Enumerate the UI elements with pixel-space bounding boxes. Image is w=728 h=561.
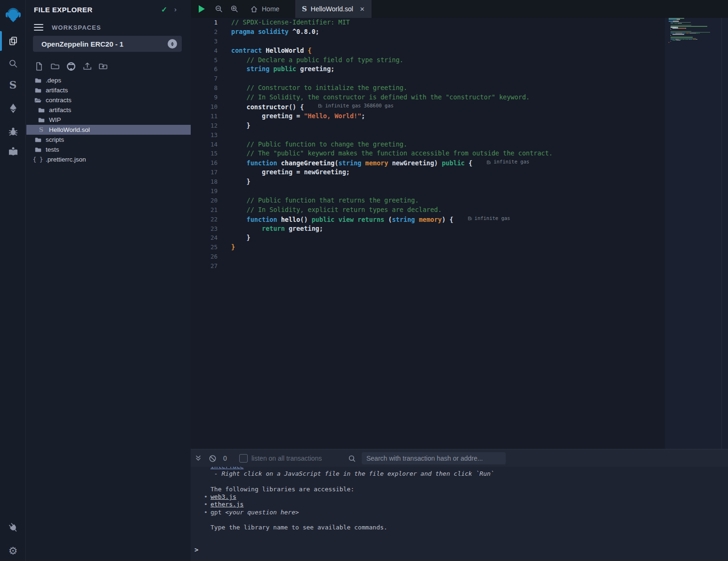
tab-active-label: HelloWorld.sol	[311, 5, 353, 13]
listen-transactions-checkbox[interactable]	[239, 449, 248, 467]
tree-item-label: .prettierrc.json	[46, 156, 86, 163]
upload-file-icon[interactable]	[81, 60, 93, 73]
tree-item--prettierrc-json[interactable]: { }.prettierrc.json	[26, 154, 191, 164]
code-line-3: 3	[191, 37, 665, 46]
file-explorer-panel: FILE EXPLORER ✓ › WORKSPACES OpenZeppeli…	[26, 0, 191, 561]
line-number: 1	[191, 18, 218, 27]
panel-title: FILE EXPLORER	[34, 6, 92, 14]
tree-item-wip[interactable]: WIP	[26, 115, 191, 125]
terminal-search-input[interactable]	[362, 452, 506, 464]
terminal-link[interactable]: interface	[210, 467, 243, 470]
tab-home-label: Home	[262, 5, 279, 13]
tree-item-label: tests	[46, 146, 59, 153]
code-line-6: 6 string public greeting;	[191, 65, 665, 74]
tree-item-scripts[interactable]: scripts	[26, 135, 191, 145]
close-tab-icon[interactable]: ✕	[360, 6, 365, 13]
tree-item-artifacts[interactable]: artifacts	[26, 85, 191, 95]
plugin-manager-icon[interactable]	[0, 518, 26, 537]
debugger-icon[interactable]	[0, 122, 26, 141]
workspaces-label: WORKSPACES	[52, 24, 101, 31]
line-number: 5	[191, 56, 218, 65]
zoom-in-icon[interactable]	[228, 0, 241, 18]
code-line-12: 12 }	[191, 121, 665, 130]
workspaces-menu-icon[interactable]	[34, 24, 43, 31]
solidity-icon: S	[37, 126, 45, 134]
folder-open-icon	[34, 97, 42, 104]
workspace-sort-icon[interactable]	[168, 39, 177, 49]
tree-item-label: .deps	[46, 77, 61, 84]
line-number: 19	[191, 187, 218, 196]
code-line-17: 17 greeting = newGreeting;	[191, 168, 665, 177]
learn-icon[interactable]	[0, 142, 26, 161]
tab-helloworld-sol[interactable]: S HelloWorld.sol ✕	[295, 0, 372, 18]
remix-logo[interactable]	[0, 4, 26, 26]
line-number: 15	[191, 149, 218, 158]
github-icon[interactable]	[65, 60, 77, 73]
terminal-link[interactable]: web3.js	[210, 493, 236, 500]
check-icon[interactable]: ✓	[161, 5, 167, 14]
line-number: 11	[191, 112, 218, 121]
minimap[interactable]	[665, 18, 728, 449]
file-explorer-icon[interactable]	[0, 32, 26, 50]
line-number: 18	[191, 177, 218, 187]
line-number: 9	[191, 93, 218, 102]
terminal-output[interactable]: interface - Right click on a JavaScript …	[191, 467, 728, 561]
line-number: 4	[191, 46, 218, 56]
new-file-icon[interactable]	[33, 60, 45, 73]
code-line-2: 2pragma solidity ^0.8.0;	[191, 27, 665, 37]
code-line-8: 8 // Constructor to initialize the greet…	[191, 83, 665, 93]
solidity-compiler-icon[interactable]: S	[0, 75, 26, 94]
terminal-line	[210, 516, 728, 524]
upload-folder-icon[interactable]	[97, 60, 109, 73]
tab-home[interactable]: Home	[243, 0, 286, 18]
gas-estimate-widget: infinite gas	[486, 157, 529, 167]
terminal-line: •ethers.js	[210, 501, 728, 508]
tree-item--deps[interactable]: .deps	[26, 75, 191, 85]
terminal-line: interface	[210, 467, 728, 470]
line-number: 13	[191, 130, 218, 140]
scrollbar-track	[721, 18, 722, 449]
terminal-prompt[interactable]: >	[194, 546, 728, 553]
zoom-out-icon[interactable]	[212, 0, 226, 18]
expand-terminal-icon[interactable]	[194, 449, 202, 467]
line-number: 20	[191, 196, 218, 205]
terminal-link[interactable]: ethers.js	[210, 501, 243, 508]
terminal-header: 0 listen on all transactions	[191, 449, 728, 467]
code-line-26: 26	[191, 252, 665, 261]
search-icon[interactable]	[0, 54, 26, 73]
tree-item-helloworld-sol[interactable]: SHelloWorld.sol	[26, 125, 191, 135]
folder-icon	[34, 146, 42, 154]
line-number: 16	[191, 158, 218, 168]
home-icon	[250, 5, 258, 13]
tree-item-tests[interactable]: tests	[26, 145, 191, 154]
terminal-line: The following libraries are accessible:	[210, 486, 728, 493]
workspace-select[interactable]: OpenZeppelin ERC20 - 1	[33, 36, 182, 52]
clear-console-icon[interactable]	[209, 449, 217, 467]
settings-gear-icon[interactable]: ⚙	[0, 542, 26, 561]
code-line-9: 9 // In Solidity, the constructor is def…	[191, 93, 665, 102]
tree-item-artifacts[interactable]: artifacts	[26, 105, 191, 115]
tree-item-contracts[interactable]: contracts	[26, 95, 191, 105]
folder-icon	[34, 87, 42, 94]
code-line-11: 11 greeting = "Hello, World!";	[191, 112, 665, 121]
folder-icon	[34, 77, 42, 84]
tree-item-label: scripts	[46, 136, 64, 143]
line-number: 3	[191, 37, 218, 46]
tree-item-label: contracts	[46, 97, 72, 104]
folder-icon	[37, 106, 45, 114]
line-number: 10	[191, 102, 218, 112]
tree-item-label: artifacts	[46, 87, 68, 94]
transaction-count-badge: 0	[223, 449, 227, 467]
chevron-right-icon[interactable]: ›	[174, 5, 177, 13]
new-folder-icon[interactable]	[49, 60, 61, 73]
run-button[interactable]	[194, 0, 209, 18]
main-area: Home S HelloWorld.sol ✕ 1// SPDX-License…	[191, 0, 728, 561]
code-line-25: 25}	[191, 243, 665, 252]
activity-bar: S	[0, 0, 26, 561]
code-line-7: 7	[191, 74, 665, 83]
terminal-line: •gpt <your question here>	[210, 509, 728, 516]
deploy-run-icon[interactable]	[0, 99, 26, 118]
braces-icon: { }	[34, 156, 42, 163]
code-editor[interactable]: 1// SPDX-License-Identifier: MIT2pragma …	[191, 18, 665, 449]
solidity-file-icon: S	[302, 5, 307, 13]
